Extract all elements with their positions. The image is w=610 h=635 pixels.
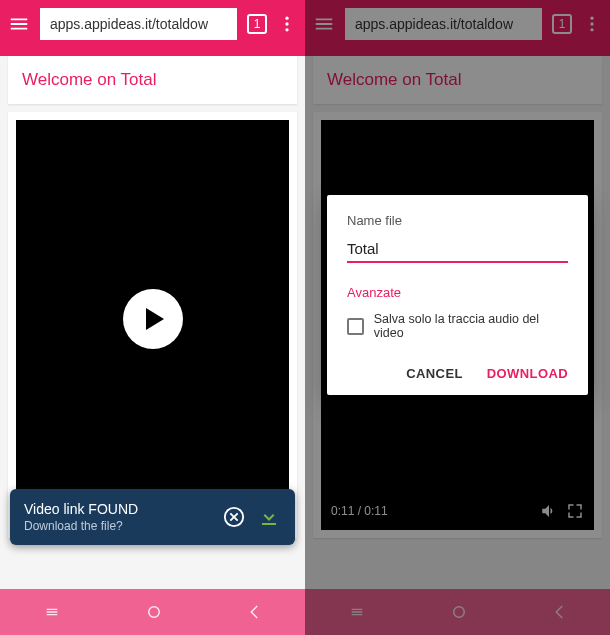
filename-input[interactable] <box>347 234 568 263</box>
dialog-actions: CANCEL DOWNLOAD <box>347 366 568 385</box>
play-icon <box>146 308 164 330</box>
snackbar-subtitle: Download the file? <box>24 519 211 533</box>
top-bar: apps.appideas.it/totaldow 1 <box>0 0 305 48</box>
svg-point-0 <box>285 17 288 20</box>
video-card: 0:11 / 0:11 <box>8 112 297 538</box>
audio-only-label: Salva solo la traccia audio del video <box>374 312 568 340</box>
welcome-title: Welcome on Total <box>22 70 157 89</box>
dismiss-icon[interactable] <box>223 506 245 528</box>
back-icon[interactable] <box>246 603 264 621</box>
advanced-section-label: Avanzate <box>347 285 568 300</box>
welcome-card: Welcome on Total <box>8 56 297 104</box>
svg-point-2 <box>285 28 288 31</box>
url-bar[interactable]: apps.appideas.it/totaldow <box>40 8 237 40</box>
screen-right: apps.appideas.it/totaldow 1 Welcome on T… <box>305 0 610 635</box>
url-text: apps.appideas.it/totaldow <box>50 16 208 32</box>
snackbar-title: Video link FOUND <box>24 501 211 517</box>
screen-left: apps.appideas.it/totaldow 1 Welcome on T… <box>0 0 305 635</box>
svg-point-4 <box>148 607 159 618</box>
play-button[interactable] <box>123 289 183 349</box>
download-icon[interactable] <box>257 505 281 529</box>
more-icon[interactable] <box>277 14 297 34</box>
audio-only-option[interactable]: Salva solo la traccia audio del video <box>347 312 568 340</box>
snackbar-text: Video link FOUND Download the file? <box>24 501 211 533</box>
video-player[interactable]: 0:11 / 0:11 <box>16 120 289 530</box>
svg-point-1 <box>285 22 288 25</box>
recents-icon[interactable] <box>42 604 62 620</box>
tab-count[interactable]: 1 <box>247 14 267 34</box>
system-navbar <box>0 589 305 635</box>
download-dialog: Name file Avanzate Salva solo la traccia… <box>327 195 588 395</box>
download-snackbar: Video link FOUND Download the file? <box>10 489 295 545</box>
download-button[interactable]: DOWNLOAD <box>487 366 568 381</box>
filename-label: Name file <box>347 213 568 228</box>
menu-icon[interactable] <box>8 13 30 35</box>
checkbox-icon[interactable] <box>347 318 364 335</box>
cancel-button[interactable]: CANCEL <box>406 366 463 381</box>
home-icon[interactable] <box>145 603 163 621</box>
